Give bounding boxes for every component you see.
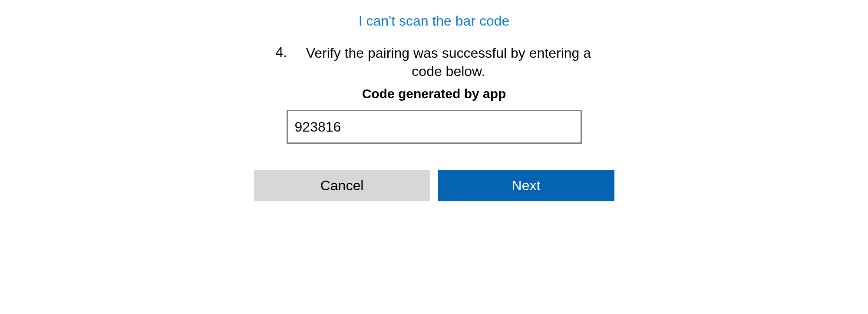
step-row: 4. Verify the pairing was successful by … [267, 44, 601, 80]
button-row: Cancel Next [254, 170, 614, 201]
code-input[interactable] [287, 110, 582, 144]
code-field-label: Code generated by app [362, 86, 506, 101]
cancel-button[interactable]: Cancel [254, 170, 430, 201]
next-button[interactable]: Next [438, 170, 614, 201]
step-instruction: Verify the pairing was successful by ent… [296, 44, 601, 80]
cannot-scan-link[interactable]: I can't scan the bar code [359, 13, 510, 29]
pairing-dialog: I can't scan the bar code 4. Verify the … [239, 13, 630, 314]
step-number: 4. [276, 44, 287, 60]
